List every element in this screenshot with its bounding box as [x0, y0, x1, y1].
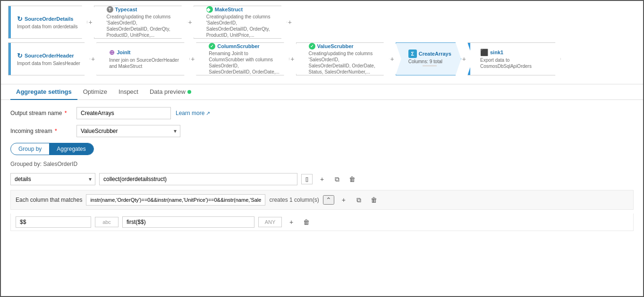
node-source-order-header[interactable]: ↻ SourceOrderHeader Import data from Sal…: [8, 42, 90, 75]
agg-type-badge: []: [301, 174, 313, 184]
sub-expr-type: ANY: [258, 217, 282, 227]
output-stream-label: Output stream name *: [10, 110, 72, 116]
agg-add-button[interactable]: +: [316, 173, 328, 185]
external-link-icon: ↗: [206, 110, 210, 116]
plus-connector[interactable]: +: [87, 18, 93, 26]
plus-connector[interactable]: +: [287, 18, 293, 26]
node-create-arrays[interactable]: Σ CreateArrays Columns: 9 total: [396, 42, 461, 75]
node-joinit[interactable]: ⊕ JoinIt Inner join on SourceOrderHeader…: [96, 42, 190, 75]
node-label: ColumnScrubber: [217, 43, 259, 49]
node-source-order-details[interactable]: ↻ SourceOrderDetails Import data from or…: [8, 6, 87, 39]
node-sink1[interactable]: ⬛ sink1 Export data to CosmosDbSqlApiOrd…: [467, 42, 561, 75]
pattern-row: Each column that matches creates 1 colum…: [10, 190, 634, 210]
node-header: Σ CreateArrays: [408, 50, 451, 58]
node-label: ValueScrubber: [317, 43, 354, 49]
grouped-by-label: Grouped by: SalesOrderID: [10, 161, 634, 167]
plus-connector[interactable]: +: [189, 55, 196, 63]
output-stream-input[interactable]: [76, 107, 171, 119]
createarrays-icon: Σ: [408, 50, 417, 58]
node-content: ↻ SourceOrderDetails Import data from or…: [13, 15, 77, 30]
pattern-label: Each column that matches: [16, 197, 82, 203]
agg-delete-button[interactable]: 🗑: [347, 173, 358, 185]
output-stream-row: Output stream name * Learn more ↗: [10, 107, 634, 119]
node-typecast[interactable]: T Typecast Creating/updating the columns…: [94, 6, 187, 39]
incoming-stream-row: Incoming stream * ValueScrubber ▾: [10, 125, 634, 137]
agg-column-select[interactable]: details: [10, 173, 95, 185]
node-left-bar: [468, 43, 470, 75]
required-star: *: [63, 110, 67, 116]
toggle-group: Group by Aggregates: [10, 143, 94, 155]
incoming-stream-label: Incoming stream *: [10, 128, 72, 134]
node-desc: Export data to CosmosDbSqlApiOrders: [480, 57, 551, 69]
group-by-toggle[interactable]: Group by: [11, 143, 49, 155]
learn-more-link[interactable]: Learn more ↗: [176, 110, 210, 116]
pipeline-row-2: ↻ SourceOrderHeader Import data from Sal…: [8, 42, 636, 75]
tabs-bar: Aggregate settings Optimize Inspect Data…: [1, 84, 643, 100]
node-column-scrubber[interactable]: ✓ ColumnScrubber Renaming JoinIt to Colu…: [196, 42, 289, 75]
node-content: ◆ MakeStruct Creating/updating the colum…: [203, 6, 277, 38]
tab-inspect[interactable]: Inspect: [113, 84, 144, 100]
pattern-expression-input[interactable]: [86, 194, 265, 206]
main-container: ↻ SourceOrderDetails Import data from or…: [0, 0, 644, 297]
node-content: ✓ ColumnScrubber Renaming JoinIt to Colu…: [205, 43, 280, 75]
node-label: sink1: [490, 50, 503, 55]
node-header: ◆ MakeStruct: [206, 6, 277, 13]
learn-more-label: Learn more: [176, 110, 204, 116]
node-label: JoinIt: [117, 50, 130, 55]
columnscrubber-icon: ✓: [209, 43, 215, 50]
sub-name-type: abc: [95, 217, 119, 227]
columns-count: 9 total: [430, 59, 442, 64]
sub-delete-button[interactable]: 🗑: [301, 216, 312, 228]
sub-add-button[interactable]: +: [286, 216, 297, 228]
required-star-2: *: [53, 128, 57, 134]
source-icon: ↻: [17, 52, 23, 59]
node-value-scrubber[interactable]: ✓ ValueScrubber Creating/updating the co…: [296, 42, 390, 75]
settings-content: Output stream name * Learn more ↗ Incomi…: [1, 100, 643, 242]
incoming-stream-select-wrapper: ValueScrubber ▾: [76, 125, 180, 137]
pattern-sub-row: abc ANY + 🗑: [10, 214, 634, 231]
node-makestruct[interactable]: ◆ MakeStruct Creating/updating the colum…: [194, 6, 287, 39]
sub-name-input[interactable]: [16, 216, 91, 228]
tab-data-preview[interactable]: Data preview: [144, 84, 197, 100]
node-label: SourceOrderHeader: [25, 53, 74, 58]
plus-connector[interactable]: +: [187, 18, 194, 26]
node-content: ✓ ValueScrubber Creating/updating the co…: [305, 43, 380, 75]
pipeline-row-1: ↻ SourceOrderDetails Import data from or…: [8, 6, 636, 39]
node-divider: [423, 65, 437, 66]
plus-connector[interactable]: +: [289, 55, 296, 63]
tab-optimize[interactable]: Optimize: [77, 84, 113, 100]
sub-expression-input[interactable]: [122, 216, 254, 228]
node-content: ↻ SourceOrderHeader Import data from Sal…: [13, 52, 80, 66]
plus-connector[interactable]: +: [461, 55, 467, 63]
node-header: ✓ ValueScrubber: [309, 43, 380, 50]
data-preview-dot: [187, 90, 191, 94]
agg-expression-input[interactable]: [99, 173, 297, 185]
pattern-delete-button[interactable]: 🗑: [368, 194, 380, 206]
node-header: T Typecast: [107, 6, 178, 13]
node-desc: Import data from orderdetails: [17, 24, 77, 30]
tab-aggregate-settings[interactable]: Aggregate settings: [10, 84, 77, 100]
pattern-add-button[interactable]: +: [338, 194, 349, 206]
aggregates-toggle[interactable]: Aggregates: [49, 143, 93, 155]
plus-connector[interactable]: +: [90, 55, 96, 63]
agg-copy-button[interactable]: ⧉: [331, 173, 343, 185]
pipeline-area: ↻ SourceOrderDetails Import data from or…: [1, 1, 643, 84]
node-content: T Typecast Creating/updating the columns…: [103, 6, 178, 38]
node-left-bar: [8, 6, 11, 38]
node-desc: Inner join on SourceOrderHeader and Make…: [109, 57, 180, 69]
pattern-copy-button[interactable]: ⧉: [353, 194, 364, 206]
creates-label: creates 1 column(s): [269, 197, 319, 203]
pattern-collapse-button[interactable]: ⌃: [323, 195, 334, 205]
node-header: ✓ ColumnScrubber: [209, 43, 280, 50]
node-desc: Creating/updating the columns 'SalesOrde…: [206, 14, 277, 38]
settings-area: Aggregate settings Optimize Inspect Data…: [1, 84, 643, 296]
node-label: Typecast: [115, 7, 137, 12]
node-desc: Creating/updating the columns 'SalesOrde…: [107, 14, 178, 38]
plus-connector[interactable]: +: [389, 55, 396, 63]
tab-label: Data preview: [150, 88, 186, 95]
node-desc: Creating/updating the columns 'SalesOrde…: [309, 50, 380, 75]
agg-column-select-wrapper: details ▾: [10, 173, 95, 185]
node-header: ⊕ JoinIt: [109, 49, 180, 56]
incoming-stream-select[interactable]: ValueScrubber: [76, 125, 180, 137]
makestruct-icon: ◆: [206, 6, 213, 13]
